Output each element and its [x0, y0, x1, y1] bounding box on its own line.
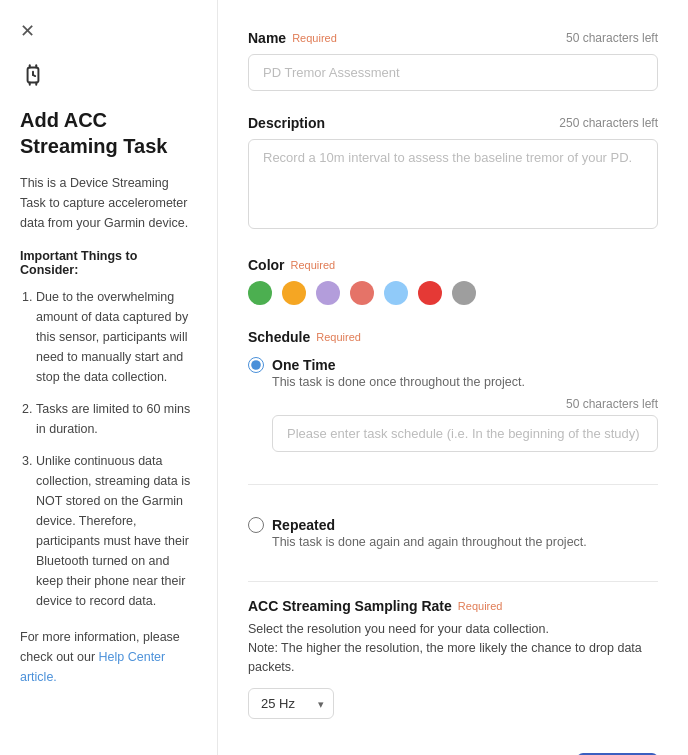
color-required-badge: Required	[291, 259, 336, 271]
color-label: Color	[248, 257, 285, 273]
repeated-desc: This task is done again and again throug…	[272, 535, 658, 549]
sidebar-title: Add ACC Streaming Task	[20, 107, 197, 159]
important-heading: Important Things to Consider:	[20, 249, 197, 277]
schedule-section: Schedule Required One Time This task is …	[248, 329, 658, 557]
form-footer: Discard Save	[248, 743, 658, 755]
one-time-char-count: 50 characters left	[248, 397, 658, 411]
sampling-rate-select[interactable]: 25 Hz 50 Hz 100 Hz	[248, 688, 334, 719]
schedule-label: Schedule	[248, 329, 310, 345]
color-swatch-light-blue[interactable]	[384, 281, 408, 305]
color-swatch-purple[interactable]	[316, 281, 340, 305]
watch-icon	[20, 62, 197, 95]
one-time-radio[interactable]	[248, 357, 264, 373]
main-content: Name Required 50 characters left Descrip…	[218, 0, 688, 755]
list-item: Unlike continuous data collection, strea…	[36, 451, 197, 611]
repeated-option: Repeated This task is done again and aga…	[248, 517, 658, 557]
sampling-desc: Select the resolution you need for your …	[248, 620, 658, 676]
color-swatch-orange-red[interactable]	[350, 281, 374, 305]
main-divider	[248, 581, 658, 582]
name-input[interactable]	[248, 54, 658, 91]
name-required-badge: Required	[292, 32, 337, 44]
color-section: Color Required	[248, 257, 658, 305]
name-char-count: 50 characters left	[566, 31, 658, 45]
sidebar: ✕ Add ACC Streaming Task This is a Devic…	[0, 0, 218, 755]
sampling-select-wrapper: 25 Hz 50 Hz 100 Hz ▾	[248, 688, 334, 719]
color-swatch-gray[interactable]	[452, 281, 476, 305]
sampling-label: ACC Streaming Sampling Rate	[248, 598, 452, 614]
name-section: Name Required 50 characters left	[248, 30, 658, 91]
sidebar-description: This is a Device Streaming Task to captu…	[20, 173, 197, 233]
list-item: Due to the overwhelming amount of data c…	[36, 287, 197, 387]
name-label: Name	[248, 30, 286, 46]
description-char-count: 250 characters left	[559, 116, 658, 130]
description-section: Description 250 characters left	[248, 115, 658, 233]
description-label: Description	[248, 115, 325, 131]
color-swatch-yellow[interactable]	[282, 281, 306, 305]
one-time-option: One Time This task is done once througho…	[248, 357, 658, 452]
color-swatches	[248, 281, 658, 305]
one-time-desc: This task is done once throughout the pr…	[272, 375, 658, 389]
repeated-label: Repeated	[272, 517, 335, 533]
sidebar-footer: For more information, please check out o…	[20, 627, 197, 687]
sampling-required-badge: Required	[458, 600, 503, 612]
color-swatch-red[interactable]	[418, 281, 442, 305]
schedule-divider	[248, 484, 658, 485]
sampling-section: ACC Streaming Sampling Rate Required Sel…	[248, 598, 658, 719]
color-swatch-green[interactable]	[248, 281, 272, 305]
repeated-radio[interactable]	[248, 517, 264, 533]
one-time-schedule-input[interactable]	[272, 415, 658, 452]
important-list: Due to the overwhelming amount of data c…	[20, 287, 197, 611]
schedule-required-badge: Required	[316, 331, 361, 343]
one-time-label: One Time	[272, 357, 336, 373]
schedule-options: One Time This task is done once througho…	[248, 357, 658, 557]
list-item: Tasks are limited to 60 mins in duration…	[36, 399, 197, 439]
close-button[interactable]: ✕	[20, 20, 35, 42]
description-input[interactable]	[248, 139, 658, 229]
svg-line-6	[33, 75, 35, 76]
